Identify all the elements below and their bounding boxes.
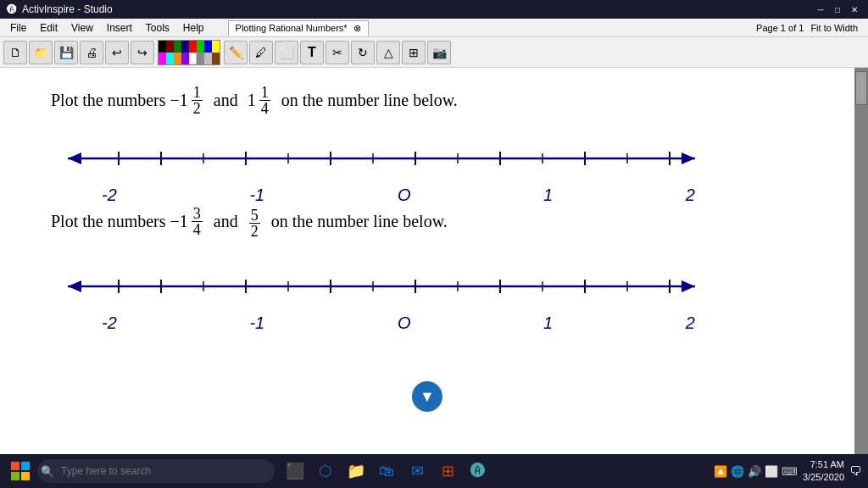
color-cyan[interactable] [166, 53, 174, 64]
scroll-thumb[interactable] [855, 71, 867, 105]
color-black[interactable] [159, 41, 166, 53]
toolbar-btn-pen[interactable]: ✏️ [224, 41, 248, 64]
color-brown[interactable] [212, 53, 220, 64]
problem1-text: Plot the numbers −1 1 2 and 1 1 4 on [51, 85, 804, 116]
window-title: ActivInspire - Studio [22, 3, 113, 15]
toolbar-btn-save[interactable]: 💾 [54, 41, 78, 64]
toolbar-btn-scissors[interactable]: ✂ [326, 41, 349, 64]
color-white[interactable] [189, 53, 197, 64]
svg-marker-1 [68, 152, 81, 164]
number-line-1-svg [51, 141, 712, 184]
toolbar-btn-redo[interactable]: ↪ [131, 41, 154, 64]
nl2-label-neg2: -2 [102, 313, 117, 333]
problem2-text: Plot the numbers −1 3 4 and 5 2 on the n… [51, 206, 804, 239]
color-magenta[interactable] [159, 53, 166, 64]
taskbar-office[interactable]: ⊞ [434, 458, 461, 485]
toolbar-btn-eraser[interactable]: ⬜ [275, 41, 298, 64]
document-tab[interactable]: Plotting Rational Numbers* ⊗ [228, 20, 369, 36]
maximize-button[interactable]: □ [831, 3, 844, 16]
menu-edit[interactable]: Edit [33, 20, 64, 36]
color-green[interactable] [197, 41, 204, 53]
sound-icon[interactable]: 🔊 [748, 465, 761, 478]
nl1-label-neg1: -1 [249, 186, 264, 205]
nl1-label-1: 1 [543, 186, 553, 205]
menu-insert[interactable]: Insert [100, 20, 139, 36]
search-icon: 🔍 [41, 465, 54, 478]
taskbar-mail[interactable]: ✉ [403, 458, 431, 485]
minimize-button[interactable]: ─ [814, 3, 827, 16]
toolbar-btn-undo[interactable]: ↩ [105, 41, 129, 64]
taskbar-right: 🔼 🌐 🔊 ⬜ ⌨ 7:51 AM 3/25/2020 🗨 [714, 458, 861, 485]
main-content: Plot the numbers −1 1 2 and 1 1 4 on [0, 68, 854, 346]
toolbar-btn-marker[interactable]: 🖊 [249, 41, 273, 64]
toolbar-btn-grid[interactable]: ⊞ [402, 41, 426, 64]
menu-view[interactable]: View [64, 20, 100, 36]
problem2-num2: 5 2 [249, 208, 260, 239]
problem1-num1: −1 1 2 [170, 85, 204, 116]
number-line-1: -2 -1 O 1 2 [51, 141, 804, 192]
svg-marker-2 [682, 152, 695, 164]
color-darkgreen[interactable] [174, 41, 181, 53]
color-gray[interactable] [197, 53, 204, 64]
toolbar-btn-new[interactable]: 🗋 [3, 41, 27, 64]
keyboard-icon[interactable]: ⌨ [782, 465, 798, 478]
taskbar-clock[interactable]: 7:51 AM 3/25/2020 [803, 458, 844, 485]
battery-icon[interactable]: ⬜ [765, 465, 778, 478]
taskbar-activinspire[interactable]: 🅐 [465, 458, 492, 485]
menu-tools[interactable]: Tools [139, 20, 176, 36]
number-line-2: -2 -1 O 1 2 [51, 269, 804, 320]
close-button[interactable]: ✕ [848, 3, 861, 16]
nl2-label-2: 2 [686, 313, 695, 333]
toolbar-btn-open[interactable]: 📁 [29, 41, 53, 64]
taskbar-edge[interactable]: ⬡ [312, 458, 339, 485]
toolbar-btn-camera[interactable]: 📷 [427, 41, 451, 64]
number-line-2-svg [51, 269, 712, 312]
color-darkblue[interactable] [181, 41, 189, 53]
network-icon[interactable]: 🌐 [731, 465, 744, 478]
svg-rect-34 [11, 462, 19, 470]
color-silver[interactable] [204, 53, 212, 64]
toolbar-btn-refresh[interactable]: ↻ [351, 41, 375, 64]
fit-to-width[interactable]: Fit to Width [810, 23, 858, 33]
nl1-label-0: O [398, 186, 411, 205]
color-yellow[interactable] [212, 41, 220, 53]
problem2-num1: −1 3 4 [170, 206, 204, 237]
taskbar-date: 3/25/2020 [803, 471, 844, 484]
menu-help[interactable]: Help [176, 20, 211, 36]
notification-center[interactable]: 🗨 [849, 464, 861, 478]
nl1-label-neg2: -2 [102, 186, 117, 205]
nl2-label-0: O [398, 313, 411, 333]
svg-rect-35 [21, 462, 30, 470]
taskbar: 🔍 ⬛ ⬡ 📁 🛍 ✉ ⊞ 🅐 🔼 🌐 🔊 ⬜ ⌨ 7:51 AM 3/25/2… [0, 454, 868, 488]
taskbar-explorer[interactable]: 📁 [342, 458, 370, 485]
color-orange[interactable] [174, 53, 181, 64]
right-scrollbar[interactable] [854, 68, 868, 454]
menu-file[interactable]: File [3, 20, 33, 36]
svg-rect-37 [21, 472, 30, 480]
taskbar-task-view[interactable]: ⬛ [281, 458, 309, 485]
color-darkred[interactable] [166, 41, 174, 53]
canvas-area[interactable]: Plot the numbers −1 1 2 and 1 1 4 on [0, 68, 854, 454]
notification-icon[interactable]: 🔼 [714, 465, 727, 478]
bottom-center-icon[interactable]: ▼ [412, 381, 442, 412]
nl2-label-neg1: -1 [249, 313, 264, 333]
start-button[interactable] [7, 458, 34, 485]
color-purple[interactable] [181, 53, 189, 64]
toolbar: 🗋 📁 💾 🖨 ↩ ↪ ✏️ 🖊 ⬜ T ✂ ↻ △ [0, 37, 868, 68]
app-body: Plot the numbers −1 1 2 and 1 1 4 on [0, 68, 868, 454]
menu-bar: File Edit View Insert Tools Help Plottin… [0, 19, 868, 37]
color-blue[interactable] [204, 41, 212, 53]
color-red[interactable] [189, 41, 197, 53]
toolbar-btn-print[interactable]: 🖨 [80, 41, 103, 64]
svg-marker-18 [68, 280, 81, 292]
svg-rect-36 [11, 472, 19, 480]
toolbar-btn-shapes[interactable]: △ [376, 41, 400, 64]
problem1-num2: 1 1 4 [248, 85, 272, 116]
taskbar-icons: 🔼 🌐 🔊 ⬜ ⌨ [714, 465, 798, 478]
search-input[interactable] [37, 459, 275, 483]
nl2-label-1: 1 [543, 313, 553, 333]
taskbar-time: 7:51 AM [803, 458, 844, 471]
svg-marker-19 [682, 280, 695, 292]
toolbar-btn-text[interactable]: T [300, 41, 324, 64]
taskbar-store[interactable]: 🛍 [373, 458, 400, 485]
